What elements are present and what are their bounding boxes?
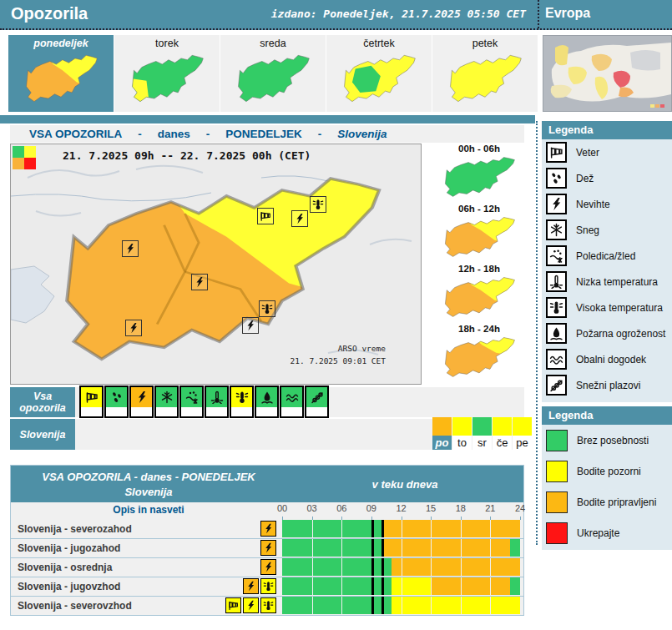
warning-filter-avalanche[interactable] (305, 386, 329, 418)
day-chip-to[interactable]: to (452, 417, 472, 450)
tab-četrtek[interactable]: četrtek (326, 35, 432, 112)
day-chip-po[interactable]: po (432, 417, 452, 450)
avalanche-icon-box (546, 375, 567, 396)
day-severity-selector: po to sr če pe (432, 417, 532, 450)
storm-icon (194, 276, 205, 288)
warning-filter-snow[interactable] (154, 386, 179, 418)
tab-ponedeljek[interactable]: ponedeljek (8, 35, 114, 112)
hour-label: 12 (396, 503, 406, 513)
legend-icons-panel: Legenda Veter Dež Nevihte Sneg Poledica/… (542, 121, 672, 402)
warnings-table-title-line2: Slovenija (124, 486, 172, 498)
section-title: VSA OPOZORILA - danes - PONEDELJEK - Slo… (10, 125, 524, 143)
high-temp-icon-cell (231, 387, 252, 407)
legend-color-label: Bodite pripravljeni (577, 496, 656, 508)
warning-row-osrednja[interactable]: Slovenija - osrednja (11, 558, 523, 577)
weather-warnings-page: Opozorila izdano: Ponedeljek, 21.7.2025 … (0, 0, 672, 630)
fire-icon (260, 391, 274, 404)
legend-item-label: Poledica/žled (576, 250, 635, 262)
legend-item-label: Visoka temperatura (576, 302, 663, 314)
low-temp-icon (549, 275, 563, 289)
day-chip-če[interactable]: če (493, 417, 512, 450)
current-time-marker (381, 577, 384, 595)
storm-icon-box (243, 578, 259, 594)
current-time-marker (371, 577, 374, 595)
grid-line (341, 520, 342, 537)
tab-label: torek (114, 35, 220, 49)
warning-filter-fire[interactable] (255, 386, 279, 418)
warning-filter-high-temp[interactable] (230, 386, 254, 418)
europe-header-link[interactable]: Evropa (545, 6, 590, 21)
row-timeline (282, 577, 520, 595)
rain-icon (549, 171, 563, 185)
warning-filter-coastal[interactable] (280, 386, 304, 418)
high-temp-icon-box (260, 597, 276, 613)
day-chip-label: po (432, 436, 452, 450)
tab-sreda[interactable]: sreda (220, 35, 326, 112)
all-warnings-label-line1: Vsa (33, 391, 52, 402)
legend-item-rain: Dež (542, 165, 672, 191)
wind-icon (228, 600, 239, 611)
map-warning-storm-icon (122, 240, 139, 257)
grid-line (402, 577, 402, 595)
day-chip-pe[interactable]: pe (513, 417, 532, 450)
ice-icon-cell (181, 387, 202, 407)
row-warning-icons (210, 540, 276, 557)
color-swatch (546, 491, 568, 513)
warnings-rows: Slovenija - severozahod Slovenija - jugo… (11, 520, 523, 615)
slovenia-warning-map[interactable]: 21. 7.2025 09h -- 22. 7.2025 00h (CET) A… (10, 144, 422, 385)
hours-axis: 00 03 06 09 12 15 18 21 24 (282, 502, 520, 520)
warning-filter-ice[interactable] (179, 386, 204, 418)
warning-filter-rain[interactable] (104, 386, 129, 418)
grid-line (341, 597, 342, 614)
timeline-segment-green (510, 539, 520, 557)
wind-icon (260, 210, 271, 222)
timeline-segment-orange (381, 520, 520, 537)
storm-icon (135, 391, 149, 404)
time-map-00h-06h: 00h - 06h (424, 144, 534, 204)
grid-line (402, 558, 402, 576)
day-chip-sr[interactable]: sr (472, 417, 492, 450)
legend-icons-title: Legenda (542, 121, 672, 139)
row-timeline (282, 558, 520, 576)
icon-cell-footer (231, 407, 252, 416)
time-map-12h-18h: 12h - 18h (424, 264, 534, 324)
warning-row-jugovzhod[interactable]: Slovenija - jugovzhod (11, 577, 523, 597)
warning-filter-storm[interactable] (129, 386, 154, 418)
section-title-region: Slovenija (337, 128, 387, 140)
day-chip-label: sr (472, 436, 492, 450)
warning-filter-wind[interactable] (79, 386, 104, 418)
grid-line (490, 597, 491, 614)
row-warning-icons (210, 521, 276, 537)
section-title-sep: - (138, 128, 142, 140)
day-chip-label: to (452, 436, 472, 450)
timeline-segment-orange (392, 558, 520, 576)
slovenia-shape (439, 154, 519, 200)
tab-petek[interactable]: petek (432, 35, 538, 112)
map-warning-storm-icon (191, 274, 208, 290)
warning-filter-low-temp[interactable] (205, 386, 229, 418)
timeline-segment-green (282, 539, 381, 557)
warning-row-severovzhod[interactable]: Slovenija - severovzhod (11, 597, 523, 615)
tab-map (432, 51, 538, 109)
grid-line (341, 577, 342, 595)
grid-line (402, 597, 402, 614)
slovenia-region-label: Slovenija (10, 419, 75, 450)
map-validity-period: 21. 7.2025 09h -- 22. 7.2025 00h (CET) (63, 149, 311, 162)
current-time-marker (371, 539, 374, 557)
coastal-icon-cell (281, 387, 302, 407)
warning-row-jugozahod[interactable]: Slovenija - jugozahod (11, 539, 523, 558)
timeline-segment-yellow (392, 597, 520, 614)
grid-line (402, 539, 402, 557)
region-row-label: Slovenija - jugozahod (18, 542, 120, 554)
coastal-icon (549, 352, 563, 366)
section-title-danes: danes (158, 128, 190, 140)
timeline-segment-green (282, 520, 381, 537)
page-title: Opozorila (11, 4, 88, 23)
current-time-marker (381, 597, 384, 614)
tab-torek[interactable]: torek (114, 35, 220, 112)
europe-map-thumbnail[interactable] (543, 35, 672, 112)
tab-label: četrtek (326, 35, 432, 49)
section-title-warnings: VSA OPOZORILA (29, 128, 122, 140)
warning-row-severozahod[interactable]: Slovenija - severozahod (11, 520, 523, 539)
grid-line (431, 597, 432, 614)
